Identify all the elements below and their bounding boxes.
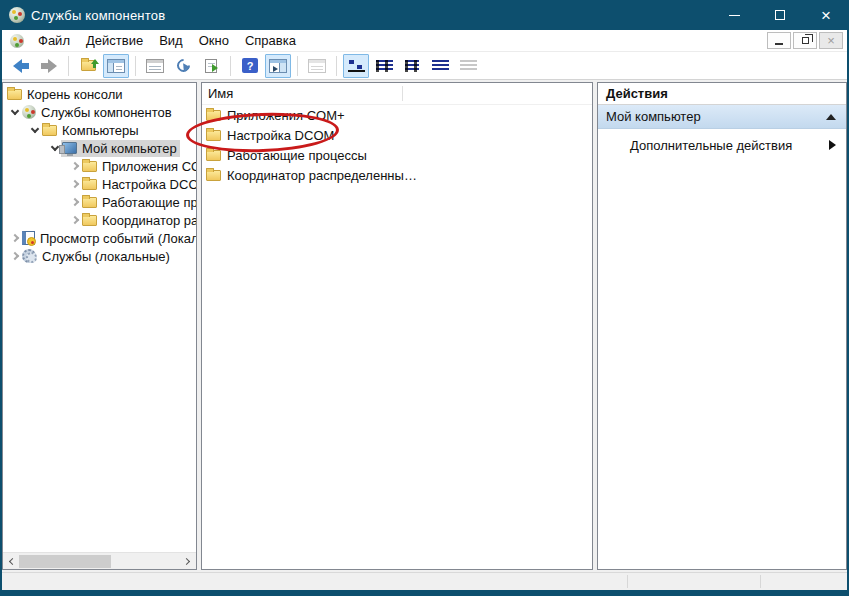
folder-icon bbox=[7, 89, 22, 100]
scroll-left-arrow[interactable] bbox=[3, 553, 20, 570]
chevron-right-icon bbox=[70, 162, 78, 170]
close-button[interactable]: × bbox=[803, 0, 849, 30]
column-divider[interactable] bbox=[402, 86, 403, 101]
column-name-label: Имя bbox=[202, 86, 233, 101]
actions-group-my-computer[interactable]: Мой компьютер bbox=[598, 105, 846, 129]
tree-item-com-applications[interactable]: Приложения CO bbox=[3, 157, 196, 175]
folder-icon bbox=[206, 150, 221, 161]
menu-help[interactable]: Справка bbox=[237, 31, 304, 50]
com-services-icon bbox=[22, 105, 36, 119]
mdi-child-icon[interactable] bbox=[10, 34, 24, 48]
maximize-button[interactable] bbox=[757, 0, 803, 30]
menu-view[interactable]: Вид bbox=[151, 31, 191, 50]
forward-button[interactable] bbox=[36, 54, 62, 78]
folder-icon bbox=[82, 161, 97, 172]
child-minimize-button[interactable] bbox=[767, 32, 791, 49]
child-minimize-icon bbox=[775, 43, 783, 45]
triangle-up-icon[interactable] bbox=[826, 114, 836, 120]
menu-file[interactable]: Файл bbox=[30, 31, 78, 50]
up-one-level-icon bbox=[81, 60, 96, 71]
customize-view-icon bbox=[460, 60, 477, 72]
show-console-tree-button[interactable] bbox=[103, 54, 129, 78]
toolbar-separator bbox=[135, 56, 136, 76]
tree-item-label: Компьютеры bbox=[62, 123, 139, 138]
scrollbar-thumb[interactable] bbox=[19, 555, 111, 568]
child-close-icon: × bbox=[827, 34, 835, 47]
list-item-com-applications[interactable]: Приложения COM+ bbox=[202, 105, 592, 125]
up-one-level-button[interactable] bbox=[75, 54, 101, 78]
results-list-pane: Имя Приложения COM+ Настройка DCOM Работ… bbox=[201, 82, 593, 570]
tree-item-event-viewer[interactable]: Просмотр событий (Локал bbox=[3, 229, 196, 247]
tree-item-label: Службы компонентов bbox=[41, 105, 172, 120]
chevron-right-icon bbox=[70, 180, 78, 188]
chevron-down-icon bbox=[10, 106, 18, 114]
toolbar-separator bbox=[297, 56, 298, 76]
menubar: Файл Действие Вид Окно Справка × bbox=[2, 30, 847, 52]
list-item-label: Приложения COM+ bbox=[227, 108, 345, 123]
forward-icon bbox=[41, 59, 57, 73]
chevron-right-icon bbox=[70, 198, 78, 206]
more-actions-label: Дополнительные действия bbox=[630, 138, 792, 153]
properties-button[interactable] bbox=[142, 54, 168, 78]
tree-item-dcom-config[interactable]: Настройка DCOM bbox=[3, 175, 196, 193]
folder-icon bbox=[206, 130, 221, 141]
window-title: Службы компонентов bbox=[31, 8, 165, 23]
menu-action[interactable]: Действие bbox=[78, 31, 151, 50]
folder-icon bbox=[82, 179, 97, 190]
list-item-running-processes[interactable]: Работающие процессы bbox=[202, 145, 592, 165]
actions-group-label: Мой компьютер bbox=[606, 109, 701, 124]
action-pane-icon bbox=[269, 59, 287, 73]
tree-item-label: Координатор ра bbox=[102, 213, 196, 228]
back-button[interactable] bbox=[8, 54, 34, 78]
export-list-button[interactable] bbox=[198, 54, 224, 78]
tree-item-services-local[interactable]: Службы (локальные) bbox=[3, 247, 196, 265]
titlebar: Службы компонентов × bbox=[0, 0, 849, 30]
child-restore-icon bbox=[802, 37, 809, 44]
tree-item-my-computer[interactable]: Мой компьютер bbox=[3, 139, 196, 157]
computer-icon bbox=[62, 142, 77, 154]
view-details-button[interactable] bbox=[427, 54, 453, 78]
child-close-button: × bbox=[819, 32, 843, 49]
chevron-right-icon bbox=[10, 234, 18, 242]
list-item-dcom-config[interactable]: Настройка DCOM bbox=[202, 125, 592, 145]
tree-item-component-services[interactable]: Службы компонентов bbox=[3, 103, 196, 121]
statusbar bbox=[2, 572, 847, 590]
tree-item-console-root[interactable]: Корень консоли bbox=[3, 85, 196, 103]
workspace: Корень консоли Службы компонентов Компью… bbox=[2, 80, 847, 572]
close-icon: × bbox=[821, 7, 831, 24]
chevron-down-icon bbox=[30, 124, 38, 132]
minimize-button[interactable] bbox=[711, 0, 757, 30]
small-icons-icon bbox=[376, 60, 393, 72]
view-small-icons-button[interactable] bbox=[371, 54, 397, 78]
list-item-distributed-coordinator[interactable]: Координатор распределенны… bbox=[202, 165, 592, 185]
tree-horizontal-scrollbar[interactable] bbox=[3, 552, 196, 569]
refresh-icon bbox=[174, 56, 192, 74]
view-large-icons-button[interactable] bbox=[343, 54, 369, 78]
list-view-icon bbox=[405, 60, 419, 72]
help-button[interactable]: ? bbox=[237, 54, 263, 78]
list-item-label: Настройка DCOM bbox=[227, 128, 334, 143]
child-restore-button[interactable] bbox=[793, 32, 817, 49]
view-list-button[interactable] bbox=[399, 54, 425, 78]
chevron-down-icon bbox=[50, 142, 58, 150]
folder-icon bbox=[206, 110, 221, 121]
tree-item-computers[interactable]: Компьютеры bbox=[3, 121, 196, 139]
back-icon bbox=[13, 59, 29, 73]
toolbar-separator bbox=[230, 56, 231, 76]
properties-icon bbox=[146, 59, 164, 73]
maximize-icon bbox=[775, 10, 785, 20]
tree-item-running-processes[interactable]: Работающие про bbox=[3, 193, 196, 211]
folder-icon bbox=[206, 170, 221, 181]
services-icon bbox=[22, 249, 37, 263]
scroll-right-arrow[interactable] bbox=[179, 553, 196, 570]
show-action-pane-button[interactable] bbox=[265, 54, 291, 78]
chevron-right-icon bbox=[10, 252, 18, 260]
menu-window[interactable]: Окно bbox=[191, 31, 237, 50]
toolbar-separator bbox=[68, 56, 69, 76]
refresh-button[interactable] bbox=[170, 54, 196, 78]
tree-item-distributed-coordinator[interactable]: Координатор ра bbox=[3, 211, 196, 229]
tree-item-label: Настройка DCOM bbox=[102, 177, 196, 192]
list-column-header[interactable]: Имя bbox=[202, 83, 592, 105]
favorites-icon bbox=[308, 59, 326, 73]
more-actions-item[interactable]: Дополнительные действия bbox=[598, 134, 846, 156]
